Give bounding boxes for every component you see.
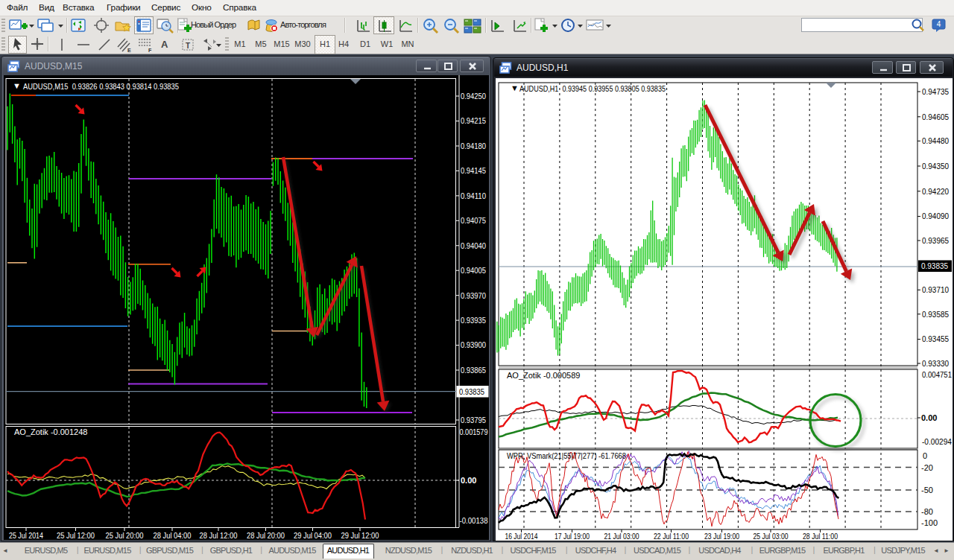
svg-text:0.93795: 0.93795 bbox=[461, 416, 486, 424]
svg-text:17 Jul 19:00: 17 Jul 19:00 bbox=[555, 532, 590, 541]
svg-text:0.94250: 0.94250 bbox=[461, 92, 486, 101]
svg-text:E: E bbox=[127, 48, 131, 53]
svg-text:23 Jul 19:00: 23 Jul 19:00 bbox=[704, 532, 739, 541]
svg-text:0.001579: 0.001579 bbox=[460, 427, 488, 436]
svg-text:25 Jul 2014: 25 Jul 2014 bbox=[9, 531, 43, 540]
svg-text:4: 4 bbox=[937, 20, 941, 28]
svg-text:0.94605: 0.94605 bbox=[922, 112, 949, 121]
svg-text:21 Jul 03:00: 21 Jul 03:00 bbox=[604, 532, 639, 541]
svg-text:0.94110: 0.94110 bbox=[461, 191, 486, 200]
svg-text:25 Jul 03:00: 25 Jul 03:00 bbox=[754, 532, 789, 541]
svg-text:0.94735: 0.94735 bbox=[922, 87, 949, 96]
svg-text:0.93835: 0.93835 bbox=[921, 261, 948, 270]
svg-text:0.93965: 0.93965 bbox=[922, 236, 949, 245]
svg-text:0.93900: 0.93900 bbox=[461, 340, 486, 349]
svg-text:0.93835: 0.93835 bbox=[459, 387, 484, 396]
svg-text:T: T bbox=[186, 42, 190, 50]
svg-text:WPR, VSmark(21|55|77|277) -61.: WPR, VSmark(21|55|77|277) -61.7668 bbox=[507, 451, 626, 460]
svg-text:AO_Zotik -0.000589: AO_Zotik -0.000589 bbox=[507, 371, 580, 380]
svg-text:-0.00138: -0.00138 bbox=[460, 516, 488, 525]
svg-text:AO_Zotik -0.001248: AO_Zotik -0.001248 bbox=[14, 427, 87, 436]
svg-text:0.94220: 0.94220 bbox=[922, 187, 949, 196]
svg-text:0.00: 0.00 bbox=[921, 413, 937, 422]
svg-text:0.94145: 0.94145 bbox=[461, 166, 486, 175]
svg-text:25 Jul 20:00: 25 Jul 20:00 bbox=[106, 531, 144, 540]
svg-text:0.94215: 0.94215 bbox=[461, 116, 486, 125]
svg-text:-80: -80 bbox=[921, 507, 933, 516]
svg-text:-50: -50 bbox=[921, 486, 933, 494]
svg-text:0.94075: 0.94075 bbox=[461, 216, 486, 225]
svg-text:▼: ▼ bbox=[13, 81, 21, 90]
svg-text:0.93935: 0.93935 bbox=[461, 316, 486, 325]
svg-text:0.93585: 0.93585 bbox=[922, 310, 949, 319]
svg-text:0.004751: 0.004751 bbox=[922, 370, 952, 379]
svg-text:0.93710: 0.93710 bbox=[922, 285, 949, 294]
svg-text:0.93865: 0.93865 bbox=[461, 366, 486, 375]
svg-text:28 Jul 20:00: 28 Jul 20:00 bbox=[247, 531, 285, 540]
svg-text:29 Jul 04:00: 29 Jul 04:00 bbox=[294, 531, 332, 540]
svg-text:0.93970: 0.93970 bbox=[461, 291, 486, 300]
svg-text:0.94180: 0.94180 bbox=[461, 141, 486, 150]
svg-text:16 Jul 2014: 16 Jul 2014 bbox=[505, 532, 538, 541]
svg-text:0.93330: 0.93330 bbox=[922, 359, 949, 368]
svg-text:0: 0 bbox=[923, 451, 927, 460]
svg-text:28 Jul 04:00: 28 Jul 04:00 bbox=[154, 531, 192, 540]
svg-text:0.94040: 0.94040 bbox=[461, 241, 486, 250]
svg-text:0.00: 0.00 bbox=[461, 476, 476, 485]
svg-text:0.94090: 0.94090 bbox=[922, 211, 949, 220]
svg-text:0.94005: 0.94005 bbox=[461, 266, 486, 275]
svg-text:28 Jul 11:00: 28 Jul 11:00 bbox=[803, 532, 838, 541]
svg-text:AUDUSD,M15 0.93826 0.93843 0.: AUDUSD,M15 0.93826 0.93843 0.93814 0.938… bbox=[23, 82, 179, 91]
svg-text:22 Jul 11:00: 22 Jul 11:00 bbox=[654, 532, 689, 541]
svg-text:0.94480: 0.94480 bbox=[922, 136, 949, 145]
svg-text:0.94350: 0.94350 bbox=[922, 162, 949, 171]
svg-text:28 Jul 12:00: 28 Jul 12:00 bbox=[200, 531, 238, 540]
svg-text:-0.00294: -0.00294 bbox=[922, 437, 952, 446]
svg-text:-20: -20 bbox=[921, 463, 933, 472]
svg-text:0.93455: 0.93455 bbox=[922, 334, 949, 343]
svg-text:▼: ▼ bbox=[511, 83, 519, 92]
svg-text:25 Jul 12:00: 25 Jul 12:00 bbox=[57, 531, 95, 540]
svg-text:F: F bbox=[148, 48, 152, 53]
svg-text:-100: -100 bbox=[921, 518, 938, 527]
svg-text:29 Jul 12:00: 29 Jul 12:00 bbox=[341, 531, 379, 540]
svg-text:AUDUSD,H1 0.93945 0.93955 0.9: AUDUSD,H1 0.93945 0.93955 0.93805 0.9383… bbox=[519, 84, 666, 93]
